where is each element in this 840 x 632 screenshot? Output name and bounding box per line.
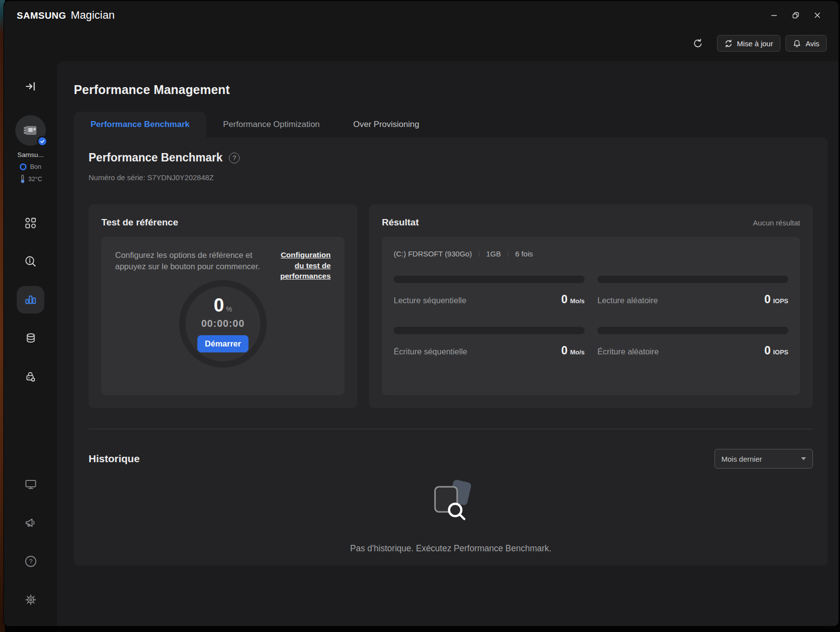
drive-health-status: Bon <box>20 163 41 170</box>
sidebar-item-performance-management[interactable] <box>17 286 44 314</box>
notice-button[interactable]: Avis <box>785 35 827 52</box>
sidebar-item-data-management[interactable] <box>17 324 44 352</box>
chevron-down-icon <box>801 457 806 460</box>
toolbar: Mise à jour Avis <box>4 30 839 61</box>
progress-track <box>394 276 585 283</box>
app-logo: SAMSUNG Magician <box>17 9 115 22</box>
search-info-icon <box>24 255 37 268</box>
dropdown-value: Mois dernier <box>721 455 762 463</box>
separator <box>508 251 508 257</box>
metric-unit: IOPS <box>773 297 788 305</box>
update-button[interactable]: Mise à jour <box>717 35 780 52</box>
tab-performance-benchmark[interactable]: Performance Benchmark <box>74 112 206 137</box>
metric-random-read: Lecture aléatoire 0 IOPS <box>597 276 788 306</box>
sidebar-item-settings[interactable] <box>21 590 40 609</box>
progress-track <box>597 327 788 334</box>
main-content: Performance Management Performance Bench… <box>57 61 839 626</box>
health-label: Bon <box>30 163 41 170</box>
drive-avatar[interactable] <box>15 115 46 146</box>
bell-icon <box>793 39 801 48</box>
sync-icon <box>724 39 733 48</box>
history-empty-message: Pas d'historique. Exécutez Performance B… <box>350 543 552 554</box>
no-history-icon <box>428 479 474 523</box>
benchmark-help-icon[interactable]: ? <box>229 153 240 163</box>
samsung-magician-window: SAMSUNG Magician <box>4 1 839 626</box>
page-title: Performance Management <box>74 83 828 97</box>
expand-panel-icon <box>25 81 36 93</box>
metric-sequential-write: Écriture séquentielle 0 Mo/s <box>394 327 585 357</box>
temperature-label: 32°C <box>29 176 42 183</box>
sidebar-item-drive-details[interactable] <box>17 248 44 275</box>
benchmark-test-card: Test de référence Configurez les options… <box>89 204 357 408</box>
thermometer-icon <box>19 174 26 184</box>
serial-number: Numéro de série: S7YDNJ0Y202848Z <box>89 173 813 182</box>
health-ring-icon <box>20 163 27 170</box>
metric-value: 0 <box>764 293 771 306</box>
megaphone-icon <box>24 516 37 530</box>
metric-value: 0 <box>561 293 568 306</box>
progress-track <box>394 327 585 334</box>
history-period-dropdown[interactable]: Mois dernier <box>715 449 813 469</box>
elapsed-time: 00:00:00 <box>201 318 245 329</box>
metric-value: 0 <box>561 344 568 357</box>
metric-label: Écriture séquentielle <box>394 347 467 356</box>
restore-button[interactable] <box>791 11 800 20</box>
progress-gauge: 0 % 00:00:00 Démarrer <box>179 280 267 368</box>
progress-value: 0 <box>214 295 224 316</box>
svg-text:?: ? <box>29 558 32 565</box>
section-title: Performance Benchmark <box>89 151 222 164</box>
metric-unit: Mo/s <box>570 348 585 356</box>
window-controls <box>770 11 822 20</box>
monitor-icon <box>24 478 37 491</box>
sidebar-nav <box>17 209 44 390</box>
samsung-brand-logo: SAMSUNG <box>17 11 66 21</box>
result-card-body: (C:) FDRSOFT (930Go) 1GB 6 fois <box>382 237 800 395</box>
metric-label: Écriture aléatoire <box>597 347 659 356</box>
sidebar-footer: ? <box>21 474 40 609</box>
drive-health-badge <box>37 136 48 147</box>
tab-performance-optimization[interactable]: Performance Optimization <box>206 112 337 137</box>
separator <box>479 251 479 257</box>
result-card-title: Résultat <box>382 217 419 228</box>
history-title: Historique <box>89 453 140 465</box>
test-card-title: Test de référence <box>101 217 178 228</box>
metric-label: Lecture aléatoire <box>597 296 658 305</box>
result-drive: (C:) FDRSOFT (930Go) <box>394 250 472 258</box>
expand-sidebar-button[interactable] <box>25 81 36 93</box>
no-result-label: Aucun résultat <box>753 219 800 227</box>
sidebar-item-dashboard[interactable] <box>17 209 44 237</box>
apps-grid-icon <box>24 217 37 229</box>
metric-unit: IOPS <box>773 348 788 356</box>
sidebar-item-help[interactable]: ? <box>21 551 40 571</box>
test-card-body: Configurez les options de référence et a… <box>101 237 344 395</box>
tab-bar: Performance Benchmark Performance Optimi… <box>74 112 828 137</box>
history-empty-state: Pas d'historique. Exécutez Performance B… <box>89 469 813 554</box>
progress-track <box>597 276 788 283</box>
bar-chart-icon <box>24 293 37 306</box>
sidebar-item-system[interactable] <box>21 474 40 494</box>
help-icon: ? <box>24 555 37 568</box>
sidebar-item-security[interactable] <box>17 363 44 390</box>
lock-gear-icon <box>24 370 37 383</box>
metric-sequential-read: Lecture séquentielle 0 Mo/s <box>394 276 585 306</box>
gear-icon <box>24 593 37 606</box>
progress-unit: % <box>226 305 232 313</box>
database-icon <box>25 332 37 345</box>
section-divider <box>89 429 813 429</box>
drive-name: Samsu... <box>17 151 43 158</box>
ssd-drive-icon <box>22 122 39 139</box>
benchmark-result-card: Résultat Aucun résultat (C:) FDRSOFT (93… <box>369 204 813 408</box>
notice-button-label: Avis <box>806 39 819 48</box>
result-runs: 6 fois <box>515 250 533 258</box>
app-name: Magician <box>71 9 115 22</box>
sidebar: Samsu... Bon 32°C <box>4 61 57 626</box>
refresh-button[interactable] <box>689 35 706 52</box>
result-size: 1GB <box>486 250 501 258</box>
close-button[interactable] <box>813 11 822 20</box>
start-benchmark-button[interactable]: Démarrer <box>197 335 248 352</box>
benchmark-panel: Performance Benchmark ? Numéro de série:… <box>74 137 828 566</box>
minimize-button[interactable] <box>770 11 778 20</box>
tab-over-provisioning[interactable]: Over Provisioning <box>337 112 436 137</box>
sidebar-item-announcements[interactable] <box>21 513 40 533</box>
titlebar: SAMSUNG Magician <box>4 1 839 30</box>
